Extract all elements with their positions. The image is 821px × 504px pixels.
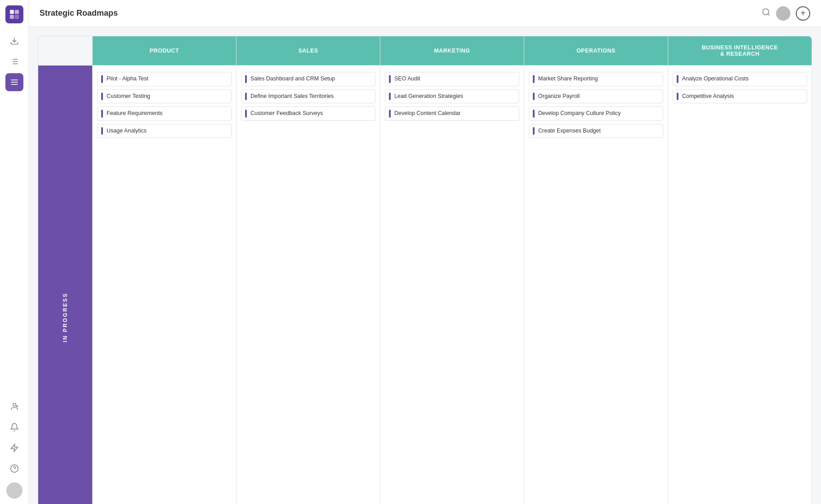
task-label: Lead Generation Strategies [394,93,463,101]
cell-in-progress-sales: Sales Dashboard and CRM SetupDefine Impo… [236,66,380,504]
cell-in-progress-marketing: SEO AuditLead Generation StrategiesDevel… [380,66,524,504]
svg-rect-2 [10,15,14,19]
row-label-in-progress: IN PROGRESS [38,66,92,504]
sidebar-item-list[interactable] [5,53,23,71]
task-item[interactable]: Competitive Analysis [673,89,807,104]
task-label: Usage Analytics [107,127,147,135]
sidebar-item-activity[interactable] [5,439,23,457]
sidebar-item-help[interactable] [5,460,23,477]
task-item[interactable]: Lead Generation Strategies [385,89,519,104]
task-item[interactable]: Feature Requirements [97,106,232,121]
header: Strategic Roadmaps + [29,0,821,27]
board-container: PRODUCT SALES MARKETING OPERATIONS BUSIN… [29,27,821,504]
task-label: Competitive Analysis [682,93,734,101]
task-item[interactable]: Usage Analytics [97,124,232,138]
app-logo[interactable] [5,5,23,23]
user-avatar[interactable] [6,482,22,499]
task-label: Pilot - Alpha Test [107,75,148,83]
cell-in-progress-operations: Market Share ReportingOrganize PayrollDe… [524,66,668,504]
task-label: Develop Company Culture Policy [538,110,620,118]
task-item[interactable]: Market Share Reporting [529,72,663,86]
corner-cell [38,36,92,65]
row-label-in-progress-text: IN PROGRESS [38,66,92,504]
svg-rect-3 [15,15,19,19]
task-item[interactable]: Pilot - Alpha Test [97,72,232,86]
cell-in-progress-product: Pilot - Alpha TestCustomer TestingFeatur… [93,66,236,504]
task-item[interactable]: Define Important Sales Territories [241,89,375,104]
col-header-sales: SALES [236,36,380,65]
task-item[interactable]: Develop Content Calendar [385,106,519,121]
page-title: Strategic Roadmaps [40,9,118,18]
task-item[interactable]: Sales Dashboard and CRM Setup [241,72,375,86]
task-label: Customer Feedback Surveys [250,110,323,118]
task-label: Create Expenses Budget [538,127,601,135]
svg-line-21 [768,14,770,16]
task-label: Market Share Reporting [538,75,598,83]
task-label: Develop Content Calendar [394,110,460,118]
sidebar-item-roadmap[interactable] [5,73,23,91]
cell-in-progress-bi: Analyze Operational CostsCompetitive Ana… [668,66,812,504]
svg-rect-1 [15,10,19,14]
task-item[interactable]: SEO Audit [385,72,519,86]
svg-rect-0 [10,10,14,14]
sidebar [0,0,29,504]
add-button[interactable]: + [796,6,810,21]
task-label: Customer Testing [107,93,150,101]
header-user-avatar[interactable] [776,6,790,21]
board-grid: PRODUCT SALES MARKETING OPERATIONS BUSIN… [38,36,812,504]
col-header-operations: OPERATIONS [524,36,668,65]
sidebar-item-download[interactable] [5,32,23,50]
col-header-bi: BUSINESS INTELLIGENCE& RESEARCH [668,36,812,65]
task-item[interactable]: Customer Feedback Surveys [241,106,375,121]
sidebar-item-add-person[interactable] [5,398,23,416]
task-item[interactable]: Organize Payroll [529,89,663,104]
task-item[interactable]: Analyze Operational Costs [673,72,807,86]
svg-marker-17 [11,444,18,452]
search-icon[interactable] [762,8,771,19]
svg-point-14 [13,403,16,407]
task-item[interactable]: Create Expenses Budget [529,124,663,138]
task-label: Define Important Sales Territories [250,93,334,101]
task-label: SEO Audit [394,75,420,83]
col-header-marketing: MARKETING [380,36,524,65]
task-label: Organize Payroll [538,93,580,101]
task-item[interactable]: Develop Company Culture Policy [529,106,663,121]
col-header-product: PRODUCT [93,36,236,65]
sidebar-item-notifications[interactable] [5,418,23,436]
task-label: Feature Requirements [107,110,162,118]
task-label: Sales Dashboard and CRM Setup [250,75,335,83]
header-actions: + [762,6,810,21]
svg-point-20 [763,9,769,15]
main-content: Strategic Roadmaps + PRODUCT SALES MARKE… [29,0,821,504]
task-label: Analyze Operational Costs [682,75,749,83]
task-item[interactable]: Customer Testing [97,89,232,104]
